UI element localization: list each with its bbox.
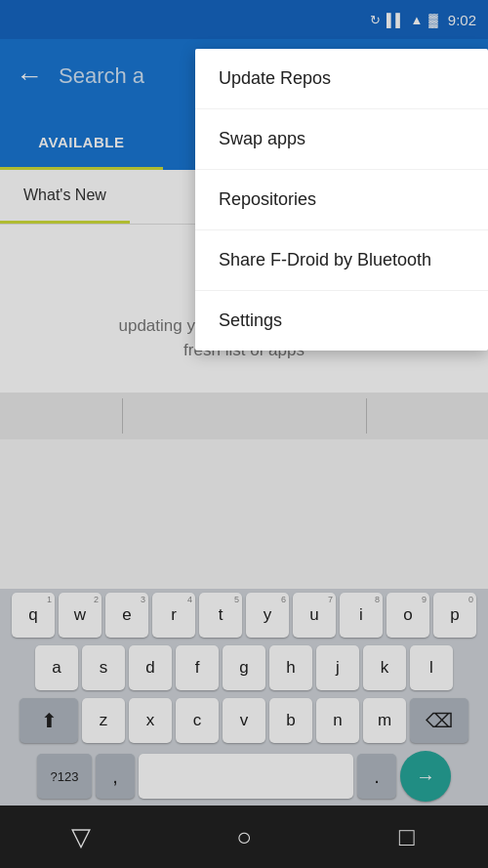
dropdown-menu: Update Repos Swap apps Repositories Shar… bbox=[195, 49, 488, 351]
menu-item-repositories[interactable]: Repositories bbox=[195, 170, 488, 230]
menu-item-settings[interactable]: Settings bbox=[195, 291, 488, 351]
menu-item-share-fdroid[interactable]: Share F-Droid by Bluetooth bbox=[195, 230, 488, 291]
menu-item-update-repos[interactable]: Update Repos bbox=[195, 49, 488, 109]
menu-item-swap-apps[interactable]: Swap apps bbox=[195, 109, 488, 170]
